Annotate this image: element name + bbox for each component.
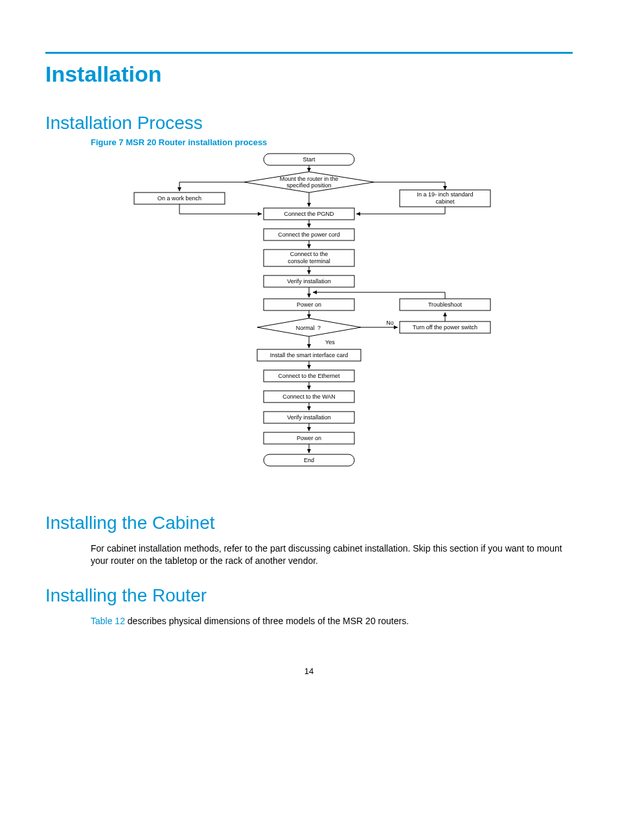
section-installation-process: Installation Process [45, 113, 573, 134]
flow-troubleshoot: Troubleshoot [428, 301, 463, 308]
flow-turn-off: Turn off the power switch [413, 324, 477, 331]
flow-normal: Normal ？ [296, 325, 323, 331]
section-installing-cabinet: Installing the Cabinet [45, 513, 573, 533]
table-12-link[interactable]: Table 12 [91, 616, 125, 626]
flow-smart: Install the smart interface card [270, 352, 349, 358]
flow-wan: Connect to the WAN [282, 393, 336, 400]
section-installing-router: Installing the Router [45, 585, 573, 606]
flow-pgnd: Connect the PGND [284, 211, 334, 217]
flow-cabinet-l2: cabinet [435, 198, 455, 205]
flow-console-l1: Connect to the [290, 251, 328, 257]
flow-bench: On a work bench [157, 195, 201, 202]
flow-console-l2: console terminal [288, 258, 330, 264]
page-number: 14 [45, 666, 573, 676]
flow-cabinet-l1: In a 19- inch standard [417, 191, 473, 198]
flow-mount-l1: Mount the router in the [280, 176, 339, 182]
flow-ethernet: Connect to the Ethernet [278, 373, 340, 379]
flow-end: End [304, 457, 314, 463]
top-rule [45, 52, 573, 54]
flow-mount-l2: specified position [286, 182, 331, 189]
flow-power-cord: Connect the power cord [278, 231, 340, 238]
flowchart: Start Mount the router in the specified … [102, 151, 516, 495]
router-text: Table 12 describes physical dimensions o… [91, 615, 573, 627]
flow-no: No [386, 320, 394, 326]
flow-power-on1: Power on [297, 301, 321, 308]
flow-verify1: Verify installation [287, 278, 331, 285]
figure-caption: Figure 7 MSR 20 Router installation proc… [91, 137, 573, 147]
cabinet-text: For cabinet installation methods, refer … [91, 542, 573, 567]
flow-power-on2: Power on [297, 435, 321, 441]
page-title: Installation [45, 62, 573, 87]
flow-yes: Yes [325, 339, 335, 345]
flow-verify2: Verify installation [287, 414, 331, 421]
router-text-post: describes physical dimensions of three m… [125, 616, 409, 626]
flow-start: Start [303, 156, 315, 163]
